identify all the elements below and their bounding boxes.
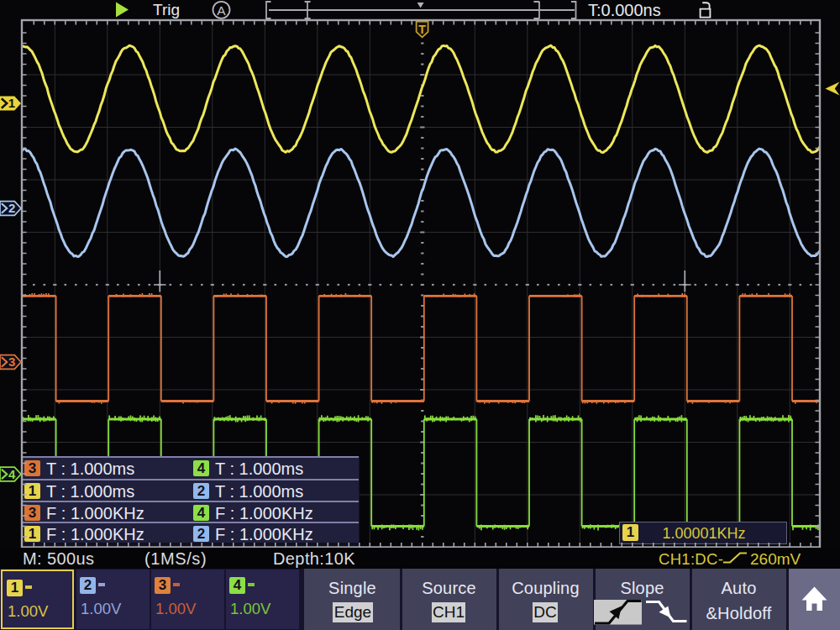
svg-text:A: A	[217, 3, 226, 18]
svg-text:3: 3	[8, 354, 15, 369]
svg-text:Trig: Trig	[153, 1, 180, 18]
svg-text:2: 2	[8, 201, 15, 215]
svg-text:1: 1	[8, 96, 15, 110]
svg-text:T: T	[418, 23, 426, 36]
svg-text:T:0.000ns: T:0.000ns	[588, 1, 661, 19]
svg-text:4: 4	[8, 467, 16, 481]
